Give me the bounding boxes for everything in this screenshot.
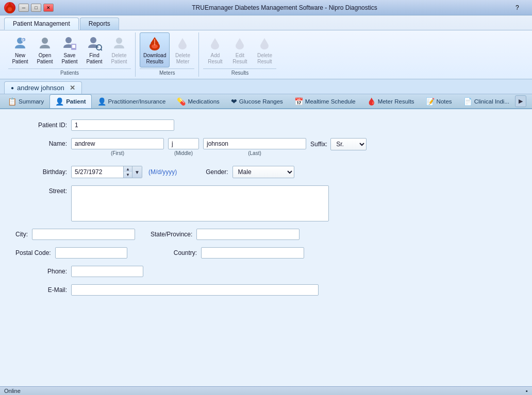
city-state-row: City: State/Province:	[15, 229, 517, 240]
name-middle-input[interactable]	[168, 138, 199, 149]
window-controls[interactable]: ─ □ ✕	[19, 4, 54, 12]
tab-meter-results[interactable]: 🩸 Meter Results	[361, 94, 420, 108]
name-last-group: (Last)	[203, 138, 306, 156]
tab-patient[interactable]: 👤 Patient	[49, 94, 91, 108]
phone-input[interactable]	[71, 266, 143, 277]
summary-icon: 📋	[8, 97, 16, 106]
delete-meter-button[interactable]: DeleteMeter	[171, 32, 194, 67]
edit-result-label: EditResult	[232, 53, 247, 65]
name-last-sublabel: (Last)	[248, 150, 261, 156]
clinical-icon: 📄	[463, 97, 472, 106]
date-spin-down[interactable]: ▼	[124, 172, 132, 178]
ribbon-group-meters: DownloadResults DeleteMeter Meters	[136, 32, 199, 77]
tab-practitioner-insurance[interactable]: 👤 Practitioner/Insurance	[92, 94, 172, 108]
window-title: TRUEmanager Diabetes Management Software…	[192, 4, 377, 11]
state-label: State/Province:	[151, 231, 192, 238]
tab-practitioner-label: Practitioner/Insurance	[108, 98, 166, 105]
title-bar: ─ □ ✕ TRUEmanager Diabetes Management So…	[0, 0, 532, 15]
svg-point-2	[8, 7, 12, 11]
name-last-input[interactable]	[203, 138, 306, 149]
results-group-label: Results	[203, 68, 276, 76]
city-group: City:	[15, 229, 135, 240]
street-input[interactable]	[71, 185, 329, 221]
svg-point-6	[42, 38, 48, 44]
suffix-group: Suffix: Sr. Jr. II III	[310, 138, 367, 159]
tab-glucose-ranges[interactable]: ❤ Glucose Ranges	[225, 94, 289, 108]
state-input[interactable]	[196, 229, 300, 240]
meters-group-label: Meters	[140, 68, 194, 76]
save-patient-label: SavePatient	[61, 53, 77, 65]
svg-point-24	[260, 42, 269, 49]
download-results-button[interactable]: DownloadResults	[140, 32, 170, 67]
svg-marker-21	[212, 38, 218, 43]
phone-row: Phone:	[15, 266, 517, 277]
email-input[interactable]	[71, 284, 319, 296]
gender-select[interactable]: Male Female	[232, 166, 294, 178]
name-middle-sublabel: (Middle)	[174, 150, 193, 156]
edit-result-button[interactable]: EditResult	[228, 32, 252, 67]
name-middle-group: (Middle)	[168, 138, 199, 156]
svg-rect-9	[72, 45, 75, 48]
main-content: 📋 Summary 👤 Patient 👤 Practitioner/Insur…	[0, 94, 532, 386]
tab-medications-label: Medications	[188, 98, 219, 105]
save-patient-icon	[61, 35, 78, 51]
suffix-select[interactable]: Sr. Jr. II III	[330, 138, 367, 150]
svg-point-7	[65, 37, 72, 43]
new-patient-button[interactable]: + NewPatient	[8, 32, 32, 67]
tab-meter-results-label: Meter Results	[378, 98, 414, 105]
tab-notes[interactable]: 📝 Notes	[420, 94, 458, 108]
patient-tab-name: andrew johnson	[17, 84, 64, 92]
delete-meter-label: DeleteMeter	[175, 53, 190, 65]
svg-text:+: +	[22, 38, 25, 42]
svg-line-12	[101, 49, 102, 50]
tab-medications[interactable]: 💊 Medications	[171, 94, 225, 108]
patient-id-row: Patient ID:	[15, 119, 517, 131]
delete-patient-button[interactable]: DeletePatient	[107, 32, 131, 67]
country-label: Country:	[174, 249, 197, 256]
date-format-hint: (M/d/yyyy)	[148, 168, 177, 176]
tab-mealtime-schedule[interactable]: 📅 Mealtime Schedule	[289, 94, 361, 108]
ribbon-tab-patient-management[interactable]: Patient Management	[4, 18, 79, 30]
ribbon-body: + NewPatient OpenPatient	[0, 30, 532, 79]
date-spin-up[interactable]: ▲	[124, 166, 132, 172]
birthday-input[interactable]	[72, 167, 123, 177]
date-dropdown-button[interactable]: ▼	[132, 166, 142, 178]
svg-marker-1	[7, 2, 13, 7]
suffix-label: Suffix:	[310, 141, 327, 148]
phone-label: Phone:	[15, 268, 67, 275]
glucose-icon: ❤	[231, 97, 237, 106]
close-button[interactable]: ✕	[43, 4, 54, 12]
postal-input[interactable]	[55, 247, 127, 259]
patient-id-input[interactable]	[71, 119, 174, 131]
maximize-button[interactable]: □	[31, 4, 41, 12]
minimize-button[interactable]: ─	[19, 4, 29, 12]
patient-tab-close[interactable]: ✕	[70, 84, 75, 92]
tab-summary[interactable]: 📋 Summary	[2, 94, 49, 108]
tab-nav-right[interactable]: ▶	[515, 95, 526, 107]
open-patient-button[interactable]: OpenPatient	[33, 32, 57, 67]
find-patient-icon	[86, 35, 103, 51]
name-row: Name: (First) (Middle) (Last) Suffix: Sr…	[15, 138, 517, 159]
find-patient-button[interactable]: FindPatient	[82, 32, 106, 67]
patient-tab[interactable]: andrew johnson ✕	[4, 81, 82, 94]
ribbon-tab-reports[interactable]: Reports	[80, 18, 119, 30]
postal-group: Postal Code:	[15, 247, 127, 259]
name-first-input[interactable]	[71, 138, 164, 149]
svg-point-18	[178, 42, 187, 49]
app-logo	[4, 2, 15, 13]
add-result-button[interactable]: AddResult	[203, 32, 227, 67]
svg-point-22	[236, 42, 244, 49]
city-input[interactable]	[32, 229, 135, 240]
patient-icon: 👤	[55, 97, 64, 106]
download-results-icon	[146, 35, 163, 51]
add-result-icon	[207, 35, 223, 51]
edit-result-icon	[231, 35, 248, 51]
help-icon[interactable]: ?	[516, 4, 528, 11]
delete-result-button[interactable]: DeleteResult	[253, 32, 276, 67]
tab-clinical-indi[interactable]: 📄 Clinical Indi...	[458, 94, 515, 108]
country-input[interactable]	[201, 247, 304, 259]
tab-glucose-label: Glucose Ranges	[239, 98, 283, 105]
street-label: Street:	[15, 185, 67, 195]
meters-buttons: DownloadResults DeleteMeter	[140, 32, 194, 67]
save-patient-button[interactable]: SavePatient	[58, 32, 81, 67]
